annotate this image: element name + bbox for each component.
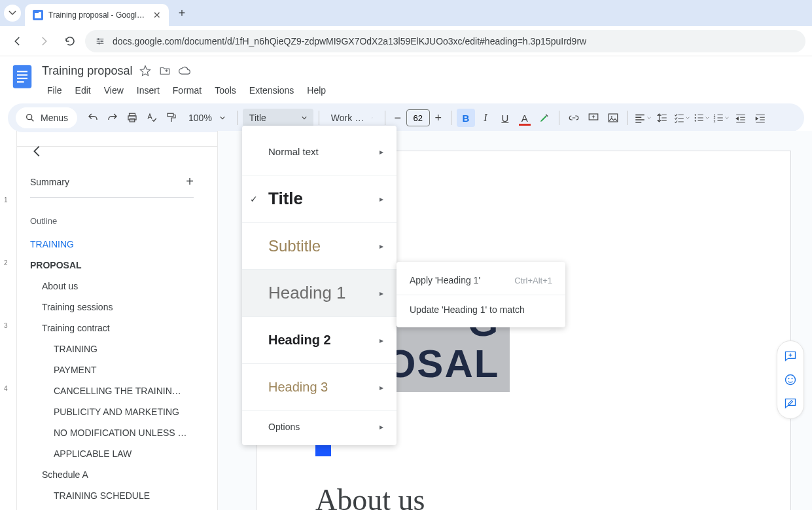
outline-item[interactable]: Schedule A [30, 464, 204, 485]
bulleted-list-button[interactable] [692, 109, 711, 127]
text-color-button[interactable]: A [516, 109, 534, 127]
outline-item[interactable]: Training contract [30, 318, 204, 338]
docs-home-button[interactable] [10, 62, 34, 92]
browser-tab[interactable]: Training proposal - Google Doc ✕ [25, 4, 169, 26]
arrow-left-icon [30, 144, 44, 158]
chevron-down-icon [220, 115, 225, 120]
svg-rect-6 [17, 78, 27, 79]
svg-point-15 [610, 116, 612, 117]
add-summary-button[interactable]: + [186, 174, 194, 189]
style-options[interactable]: Options▸ [242, 411, 397, 443]
font-size-input[interactable]: 62 [406, 109, 430, 126]
options-label: Options [268, 422, 300, 432]
nav-reload-button[interactable] [59, 30, 81, 52]
suggest-edits-floating[interactable] [779, 392, 802, 414]
style-option-title[interactable]: ✓Title▸ [242, 175, 397, 223]
font-combo[interactable]: Work … [325, 109, 380, 127]
styles-combo[interactable]: Title [243, 109, 313, 127]
apply-heading1-item[interactable]: Apply 'Heading 1' Ctrl+Alt+1 [397, 266, 565, 295]
print-button[interactable] [123, 109, 141, 127]
site-settings-icon[interactable] [94, 35, 106, 47]
outline-item[interactable]: TRAINING [30, 234, 204, 255]
vertical-ruler[interactable]: 1 2 3 4 [0, 131, 17, 510]
svg-point-8 [27, 115, 32, 120]
section-heading[interactable]: About us [315, 483, 732, 510]
style-label: Normal text [268, 146, 319, 157]
svg-point-17 [695, 117, 696, 118]
apply-label: Apply 'Heading 1' [410, 275, 480, 285]
style-option-subtitle[interactable]: Subtitle▸ [242, 223, 397, 270]
undo-button[interactable] [84, 109, 102, 127]
paint-format-button[interactable] [162, 109, 181, 127]
menu-insert[interactable]: Insert [132, 82, 165, 98]
url-field[interactable]: docs.google.com/document/d/1fH_n6hQieQZ9… [85, 30, 805, 52]
underline-button[interactable]: U [496, 109, 514, 127]
menu-extensions[interactable]: Extensions [244, 82, 299, 98]
menu-view[interactable]: View [99, 82, 129, 98]
style-option-heading-1[interactable]: Heading 1▸ [242, 270, 397, 317]
insert-comment-button[interactable] [584, 109, 603, 127]
italic-button[interactable]: I [476, 109, 495, 127]
document-title[interactable]: Training proposal [42, 64, 132, 78]
increase-indent-button[interactable] [751, 109, 769, 127]
line-spacing-button[interactable] [653, 109, 671, 127]
font-size-increase[interactable]: + [431, 111, 446, 125]
menu-file[interactable]: File [42, 82, 67, 98]
outline-item[interactable]: TRAINING [30, 338, 204, 359]
new-tab-button[interactable]: + [173, 4, 191, 22]
outline-item[interactable]: About us [30, 276, 204, 297]
tab-close-button[interactable]: ✕ [153, 10, 161, 20]
styles-dropdown: Normal text▸✓Title▸Subtitle▸Heading 1▸He… [242, 126, 397, 445]
svg-point-22 [786, 375, 796, 385]
align-button[interactable] [633, 109, 652, 127]
outline-item[interactable]: Training sessions [30, 297, 204, 318]
cloud-status-button[interactable] [178, 64, 191, 77]
outline-item[interactable]: NO MODIFICATION UNLESS … [30, 422, 204, 443]
add-comment-floating[interactable] [779, 345, 802, 367]
star-icon [139, 65, 151, 77]
menu-edit[interactable]: Edit [70, 82, 96, 98]
highlight-button[interactable] [535, 109, 554, 127]
menu-help[interactable]: Help [302, 82, 331, 98]
decrease-indent-button[interactable] [732, 109, 750, 127]
zoom-combo[interactable]: 100% [182, 109, 232, 127]
outline-item[interactable]: TRAINING SCHEDULE [30, 485, 204, 506]
svg-point-16 [695, 114, 696, 115]
nav-forward-button[interactable] [33, 30, 55, 52]
bold-button[interactable]: B [457, 109, 475, 127]
font-size-decrease[interactable]: − [391, 111, 405, 125]
insert-image-button[interactable] [604, 109, 622, 127]
style-option-normal-text[interactable]: Normal text▸ [242, 128, 397, 175]
nav-back-button[interactable] [7, 30, 29, 52]
style-option-heading-2[interactable]: Heading 2▸ [242, 317, 397, 364]
update-heading1-item[interactable]: Update 'Heading 1' to match [397, 295, 565, 323]
move-button[interactable] [158, 64, 171, 77]
outline-list: TRAININGPROPOSALAbout usTraining session… [30, 234, 204, 506]
menu-tools[interactable]: Tools [209, 82, 241, 98]
spellcheck-button[interactable] [143, 109, 161, 127]
font-combo-value: Work … [331, 113, 364, 123]
add-emoji-floating[interactable] [779, 369, 802, 391]
redo-button[interactable] [103, 109, 122, 127]
insert-link-button[interactable] [565, 109, 583, 127]
chevron-down-icon [372, 115, 373, 120]
outline-item[interactable]: APPLICABLE LAW [30, 443, 204, 464]
search-menus-button[interactable]: Menus [16, 107, 77, 128]
tab-search-button[interactable] [4, 5, 21, 22]
zoom-value: 100% [188, 113, 212, 123]
menu-bar: File Edit View Insert Format Tools Exten… [42, 82, 802, 98]
outline-item[interactable]: PUBLICITY AND MARKETING [30, 401, 204, 422]
reload-icon [64, 35, 76, 47]
style-option-heading-3[interactable]: Heading 3▸ [242, 364, 397, 411]
checklist-button[interactable] [673, 109, 691, 127]
paint-roller-icon [166, 112, 177, 124]
svg-point-1 [101, 40, 103, 42]
numbered-list-button[interactable]: 123 [712, 109, 730, 127]
star-button[interactable] [139, 64, 152, 77]
menu-format[interactable]: Format [168, 82, 207, 98]
spellcheck-icon [146, 112, 158, 124]
outline-item[interactable]: PROPOSAL [30, 255, 204, 276]
outline-item[interactable]: PAYMENT [30, 359, 204, 380]
outline-close-button[interactable] [30, 144, 44, 158]
outline-item[interactable]: CANCELLING THE TRAININ… [30, 380, 204, 401]
